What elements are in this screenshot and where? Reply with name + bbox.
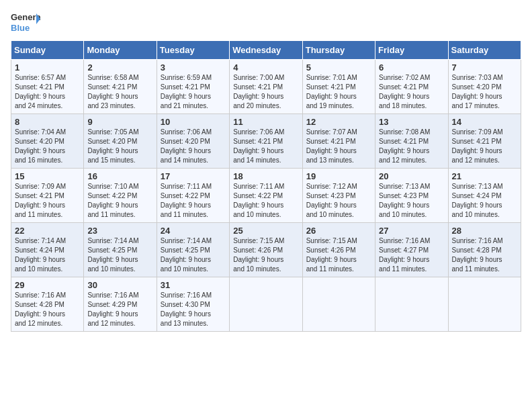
day-number: 28	[452, 226, 517, 236]
day-number: 24	[161, 226, 226, 236]
day-cell: 7Sunrise: 7:03 AM Sunset: 4:20 PM Daylig…	[448, 60, 521, 114]
day-number: 23	[87, 226, 152, 236]
day-info: Sunrise: 7:16 AM Sunset: 4:28 PM Dayligh…	[15, 291, 80, 328]
day-info: Sunrise: 7:16 AM Sunset: 4:28 PM Dayligh…	[452, 236, 517, 274]
day-info: Sunrise: 7:14 AM Sunset: 4:24 PM Dayligh…	[15, 236, 80, 274]
day-cell: 22Sunrise: 7:14 AM Sunset: 4:24 PM Dayli…	[11, 223, 84, 277]
day-number: 16	[87, 171, 152, 181]
day-info: Sunrise: 7:03 AM Sunset: 4:20 PM Dayligh…	[452, 73, 517, 111]
day-cell	[448, 277, 521, 332]
day-number: 14	[452, 117, 517, 127]
day-info: Sunrise: 7:14 AM Sunset: 4:25 PM Dayligh…	[87, 236, 152, 274]
logo: General Blue	[11, 11, 40, 35]
day-number: 3	[161, 62, 226, 73]
day-cell: 2Sunrise: 6:58 AM Sunset: 4:21 PM Daylig…	[84, 60, 157, 114]
day-number: 1	[15, 62, 80, 73]
day-cell: 5Sunrise: 7:01 AM Sunset: 4:21 PM Daylig…	[302, 60, 375, 114]
day-number: 12	[306, 117, 371, 127]
day-info: Sunrise: 7:02 AM Sunset: 4:21 PM Dayligh…	[379, 73, 444, 111]
logo-svg: General Blue	[11, 11, 40, 35]
day-number: 10	[161, 117, 226, 127]
week-row-5: 29Sunrise: 7:16 AM Sunset: 4:28 PM Dayli…	[11, 277, 521, 332]
day-cell: 3Sunrise: 6:59 AM Sunset: 4:21 PM Daylig…	[157, 60, 229, 114]
day-cell: 18Sunrise: 7:11 AM Sunset: 4:22 PM Dayli…	[230, 169, 302, 223]
day-cell: 27Sunrise: 7:16 AM Sunset: 4:27 PM Dayli…	[375, 223, 448, 277]
day-cell: 12Sunrise: 7:07 AM Sunset: 4:21 PM Dayli…	[302, 114, 375, 169]
day-cell: 16Sunrise: 7:10 AM Sunset: 4:22 PM Dayli…	[84, 169, 157, 223]
day-cell: 21Sunrise: 7:13 AM Sunset: 4:24 PM Dayli…	[448, 169, 521, 223]
day-number: 18	[233, 171, 298, 181]
col-header-friday: Friday	[375, 41, 448, 60]
day-info: Sunrise: 7:06 AM Sunset: 4:21 PM Dayligh…	[233, 128, 298, 165]
day-cell: 4Sunrise: 7:00 AM Sunset: 4:21 PM Daylig…	[230, 60, 302, 114]
day-cell: 25Sunrise: 7:15 AM Sunset: 4:26 PM Dayli…	[230, 223, 302, 277]
day-info: Sunrise: 7:13 AM Sunset: 4:23 PM Dayligh…	[379, 182, 444, 220]
day-cell: 13Sunrise: 7:08 AM Sunset: 4:21 PM Dayli…	[375, 114, 448, 169]
day-info: Sunrise: 7:09 AM Sunset: 4:21 PM Dayligh…	[15, 182, 80, 220]
calendar-table: SundayMondayTuesdayWednesdayThursdayFrid…	[11, 40, 521, 332]
day-cell: 19Sunrise: 7:12 AM Sunset: 4:23 PM Dayli…	[302, 169, 375, 223]
day-number: 8	[15, 117, 80, 127]
day-info: Sunrise: 7:10 AM Sunset: 4:22 PM Dayligh…	[87, 182, 152, 220]
day-number: 15	[15, 171, 80, 181]
day-cell: 10Sunrise: 7:06 AM Sunset: 4:20 PM Dayli…	[157, 114, 229, 169]
day-info: Sunrise: 7:00 AM Sunset: 4:21 PM Dayligh…	[233, 73, 298, 111]
day-number: 7	[452, 62, 517, 73]
svg-text:Blue: Blue	[11, 23, 30, 33]
col-header-monday: Monday	[84, 41, 157, 60]
day-cell: 26Sunrise: 7:15 AM Sunset: 4:26 PM Dayli…	[302, 223, 375, 277]
day-info: Sunrise: 6:57 AM Sunset: 4:21 PM Dayligh…	[15, 73, 80, 111]
day-number: 6	[379, 62, 444, 73]
col-header-saturday: Saturday	[448, 41, 521, 60]
day-cell: 20Sunrise: 7:13 AM Sunset: 4:23 PM Dayli…	[375, 169, 448, 223]
day-number: 4	[233, 62, 298, 73]
day-number: 21	[452, 171, 517, 181]
day-info: Sunrise: 7:16 AM Sunset: 4:30 PM Dayligh…	[161, 291, 226, 328]
day-cell: 31Sunrise: 7:16 AM Sunset: 4:30 PM Dayli…	[157, 277, 229, 332]
col-header-wednesday: Wednesday	[230, 41, 302, 60]
day-info: Sunrise: 7:15 AM Sunset: 4:26 PM Dayligh…	[306, 236, 371, 274]
day-number: 22	[15, 226, 80, 236]
svg-text:General: General	[11, 12, 40, 22]
week-row-3: 15Sunrise: 7:09 AM Sunset: 4:21 PM Dayli…	[11, 169, 521, 223]
week-row-1: 1Sunrise: 6:57 AM Sunset: 4:21 PM Daylig…	[11, 60, 521, 114]
day-number: 5	[306, 62, 371, 73]
day-info: Sunrise: 7:15 AM Sunset: 4:26 PM Dayligh…	[233, 236, 298, 274]
day-cell: 15Sunrise: 7:09 AM Sunset: 4:21 PM Dayli…	[11, 169, 84, 223]
page-header: General Blue	[11, 11, 521, 35]
day-number: 30	[87, 280, 152, 290]
day-cell: 23Sunrise: 7:14 AM Sunset: 4:25 PM Dayli…	[84, 223, 157, 277]
day-info: Sunrise: 7:11 AM Sunset: 4:22 PM Dayligh…	[161, 182, 226, 220]
day-info: Sunrise: 6:58 AM Sunset: 4:21 PM Dayligh…	[87, 73, 152, 111]
day-number: 20	[379, 171, 444, 181]
day-cell	[230, 277, 302, 332]
day-cell: 30Sunrise: 7:16 AM Sunset: 4:29 PM Dayli…	[84, 277, 157, 332]
day-info: Sunrise: 7:09 AM Sunset: 4:21 PM Dayligh…	[452, 128, 517, 165]
day-info: Sunrise: 7:14 AM Sunset: 4:25 PM Dayligh…	[161, 236, 226, 274]
day-number: 31	[161, 280, 226, 290]
day-info: Sunrise: 7:08 AM Sunset: 4:21 PM Dayligh…	[379, 128, 444, 165]
day-info: Sunrise: 7:12 AM Sunset: 4:23 PM Dayligh…	[306, 182, 371, 220]
day-cell: 11Sunrise: 7:06 AM Sunset: 4:21 PM Dayli…	[230, 114, 302, 169]
day-cell: 24Sunrise: 7:14 AM Sunset: 4:25 PM Dayli…	[157, 223, 229, 277]
day-number: 26	[306, 226, 371, 236]
day-info: Sunrise: 7:06 AM Sunset: 4:20 PM Dayligh…	[161, 128, 226, 165]
day-number: 11	[233, 117, 298, 127]
day-cell: 17Sunrise: 7:11 AM Sunset: 4:22 PM Dayli…	[157, 169, 229, 223]
day-info: Sunrise: 7:13 AM Sunset: 4:24 PM Dayligh…	[452, 182, 517, 220]
day-cell: 28Sunrise: 7:16 AM Sunset: 4:28 PM Dayli…	[448, 223, 521, 277]
day-cell: 14Sunrise: 7:09 AM Sunset: 4:21 PM Dayli…	[448, 114, 521, 169]
day-info: Sunrise: 7:07 AM Sunset: 4:21 PM Dayligh…	[306, 128, 371, 165]
day-number: 29	[15, 280, 80, 290]
week-row-2: 8Sunrise: 7:04 AM Sunset: 4:20 PM Daylig…	[11, 114, 521, 169]
day-cell: 9Sunrise: 7:05 AM Sunset: 4:20 PM Daylig…	[84, 114, 157, 169]
day-number: 13	[379, 117, 444, 127]
day-info: Sunrise: 7:04 AM Sunset: 4:20 PM Dayligh…	[15, 128, 80, 165]
day-cell	[302, 277, 375, 332]
day-cell: 29Sunrise: 7:16 AM Sunset: 4:28 PM Dayli…	[11, 277, 84, 332]
day-info: Sunrise: 7:11 AM Sunset: 4:22 PM Dayligh…	[233, 182, 298, 220]
col-header-tuesday: Tuesday	[157, 41, 229, 60]
col-header-thursday: Thursday	[302, 41, 375, 60]
day-number: 27	[379, 226, 444, 236]
day-info: Sunrise: 6:59 AM Sunset: 4:21 PM Dayligh…	[161, 73, 226, 111]
